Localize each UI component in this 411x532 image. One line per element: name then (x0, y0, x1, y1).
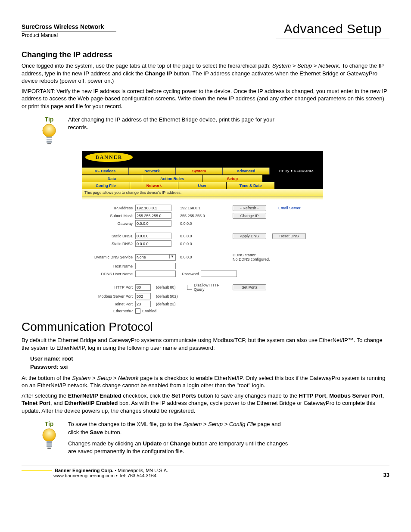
cred-pwd: Password: sxi (30, 363, 389, 371)
refresh-button[interactable]: - Refresh - (233, 205, 266, 211)
footer-location: • Minneapolis, MN U.S.A. (113, 468, 168, 473)
label-gateway: Gateway (86, 221, 134, 226)
current-gateway: 0.0.0.0 (173, 221, 219, 226)
chevron-down-icon[interactable]: ▼ (169, 255, 175, 258)
input-telnet-port[interactable] (135, 301, 151, 307)
label-ip: IP Address (86, 206, 134, 210)
tab-rf-devices[interactable]: RF Devices (82, 168, 129, 174)
lightbulb-icon (42, 428, 56, 450)
page-footer: Banner Engineering Corp. • Minneapolis, … (22, 466, 389, 478)
page-header: SureCross Wireless Network Product Manua… (22, 22, 389, 38)
input-gateway[interactable] (135, 220, 171, 227)
default-modbus: (default 502) (153, 294, 178, 299)
header-section-title: Advanced Setup (276, 22, 389, 38)
svg-rect-1 (47, 137, 52, 138)
tab-time-date[interactable]: Time & Date (227, 182, 275, 189)
tab-data[interactable]: Data (82, 175, 142, 182)
brand-text: RF by ● SENSONIX (270, 168, 323, 174)
input-mask[interactable] (135, 212, 171, 219)
label-eip-enabled: Enabled (142, 309, 156, 313)
input-password[interactable] (201, 271, 237, 277)
input-ip[interactable] (135, 205, 171, 211)
input-dns1[interactable] (135, 233, 171, 239)
page-number: 33 (383, 472, 389, 478)
label-ddns: Dynamic DNS Service (86, 255, 134, 259)
svg-rect-4 (47, 143, 51, 144)
checkbox-eip[interactable] (135, 308, 140, 314)
input-dns2[interactable] (135, 240, 171, 247)
banner-logo: BANNER (85, 152, 137, 162)
tip-block-2: Tip To save the changes to the XML file,… (39, 420, 389, 455)
lightbulb-icon (42, 124, 56, 145)
label-ddns-user: DDNS User Name (86, 272, 134, 276)
para-ip-2: IMPORTANT: Verify the new IP address is … (22, 87, 389, 110)
tab-system[interactable]: System (176, 168, 223, 174)
default-telnet: (default 23) (153, 302, 176, 306)
tab-config-file[interactable]: Config File (82, 182, 130, 189)
current-dns1: 0.0.0.0 (173, 234, 219, 238)
heading-changing-ip: Changing the IP address (22, 50, 389, 59)
label-disallow-http: Disallow HTTP Query (194, 283, 231, 292)
credentials-block: User name: root Password: sxi (30, 355, 389, 370)
ddns-status-a: DDNS status: (233, 253, 256, 257)
svg-rect-11 (47, 448, 51, 449)
svg-point-0 (43, 124, 56, 137)
current-mask: 255.255.255.0 (173, 214, 219, 218)
embedded-screenshot: BANNER RF Devices Network System Advance… (82, 151, 323, 317)
svg-rect-9 (47, 443, 52, 445)
tab-blank (263, 175, 323, 182)
tab-blank-2 (275, 182, 323, 189)
label-telnet-port: Telnet Port (86, 302, 134, 306)
heading-comm-protocol: Communication Protocol (22, 320, 389, 334)
email-server-link[interactable]: Email Server (272, 206, 301, 210)
current-ddns: 0.0.0.0 (177, 255, 219, 259)
label-dns2: Static DNS2 (86, 242, 134, 246)
svg-rect-2 (47, 139, 52, 140)
checkbox-disallow-http[interactable] (187, 285, 192, 290)
cred-user: User name: root (30, 355, 389, 363)
input-hostname[interactable] (135, 263, 176, 269)
svg-rect-3 (47, 141, 52, 143)
change-ip-button[interactable]: Change IP (233, 213, 266, 219)
tab-action-rules[interactable]: Action Rules (142, 175, 202, 182)
svg-text:BANNER: BANNER (96, 154, 123, 160)
footer-accent-bar (22, 470, 52, 471)
label-mask: Subnet Mask (86, 214, 134, 218)
label-password: Password (177, 272, 199, 276)
current-dns2: 0.0.0.0 (173, 242, 219, 246)
label-modbus-port: Modbus Server Port (86, 294, 134, 299)
label-hostname: Host Name (86, 264, 134, 268)
header-title: SureCross Wireless Network (22, 23, 116, 31)
tab-user[interactable]: User (178, 182, 227, 189)
para-cp-2: At the bottom of the System > Setup > Ne… (22, 374, 389, 389)
tab-network[interactable]: Network (129, 168, 176, 174)
ddns-status-b: No DDNS configured. (233, 257, 270, 261)
apply-dns-button[interactable]: Apply DNS (233, 233, 266, 239)
input-modbus-port[interactable] (135, 293, 151, 299)
tab-row-1: RF Devices Network System Advanced RF by… (82, 168, 323, 175)
default-http: (default 80) (153, 285, 185, 289)
input-ddns-user[interactable] (135, 271, 176, 277)
tab-setup[interactable]: Setup (202, 175, 263, 182)
tab-advanced[interactable]: Advanced (223, 168, 270, 174)
svg-rect-8 (47, 441, 52, 443)
tip-text-1: After changing the IP address of the Eth… (68, 116, 292, 131)
tab-network-sub[interactable]: Network (130, 182, 178, 189)
info-bar: This page allows you to change this devi… (82, 189, 323, 196)
reset-dns-button[interactable]: Reset DNS (272, 233, 306, 239)
tip-text-2: To save the changes to the XML file, go … (68, 420, 292, 455)
input-http-port[interactable] (135, 284, 151, 291)
tip-icon-2: Tip (39, 420, 59, 450)
footer-contact: www.bannerengineering.com • Tel: 763.544… (22, 473, 156, 478)
para-cp-3: After selecting the EtherNet/IP Enabled … (22, 392, 389, 415)
set-ports-button[interactable]: Set Ports (233, 284, 266, 290)
tab-row-2: Data Action Rules Setup (82, 175, 323, 182)
para-ip-1: Once logged into the system, use the pag… (22, 62, 389, 85)
footer-company: Banner Engineering Corp. (55, 468, 113, 473)
header-sub: Product Manual (22, 32, 116, 38)
para-cp-1: By default the Ethernet Bridge and Gatew… (22, 336, 389, 352)
tip-icon: Tip (39, 116, 59, 145)
tab-row-3: Config File Network User Time & Date (82, 182, 323, 189)
label-eip: Ethernet/IP (86, 309, 134, 313)
svg-rect-10 (47, 445, 52, 447)
